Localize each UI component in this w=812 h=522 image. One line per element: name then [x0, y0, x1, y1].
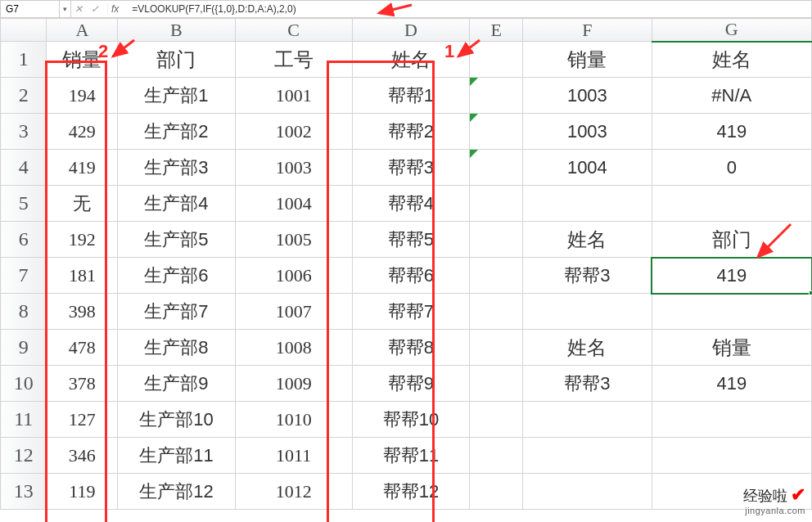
- cell[interactable]: 398: [47, 294, 118, 330]
- cell[interactable]: [470, 78, 523, 114]
- cell[interactable]: 生产部4: [118, 186, 235, 222]
- row-header[interactable]: 7: [1, 258, 47, 294]
- cell[interactable]: 姓名: [523, 330, 652, 366]
- col-header-C[interactable]: C: [235, 19, 352, 42]
- row-header[interactable]: 2: [1, 78, 47, 114]
- cell[interactable]: 1003: [235, 150, 352, 186]
- cell[interactable]: 419: [652, 258, 811, 294]
- cell[interactable]: 419: [47, 150, 118, 186]
- row-header[interactable]: 13: [1, 474, 47, 510]
- col-header-B[interactable]: B: [118, 19, 235, 42]
- cell[interactable]: 姓名: [652, 42, 811, 78]
- cell[interactable]: 1010: [235, 402, 352, 438]
- cell[interactable]: 生产部10: [118, 402, 235, 438]
- cell[interactable]: 1008: [235, 330, 352, 366]
- cell[interactable]: [470, 186, 523, 222]
- row-header[interactable]: 8: [1, 294, 47, 330]
- cell[interactable]: 生产部1: [118, 78, 235, 114]
- col-header-A[interactable]: A: [47, 19, 118, 42]
- cell[interactable]: 帮帮6: [352, 258, 469, 294]
- cell[interactable]: 生产部11: [118, 438, 235, 474]
- cell[interactable]: 生产部12: [118, 474, 235, 510]
- cell[interactable]: 姓名: [523, 222, 652, 258]
- cell[interactable]: 帮帮4: [352, 186, 469, 222]
- cell[interactable]: 0: [652, 150, 811, 186]
- cell[interactable]: [470, 150, 523, 186]
- cell[interactable]: #N/A: [652, 78, 811, 114]
- cancel-icon[interactable]: ✕: [74, 3, 83, 15]
- cell[interactable]: 帮帮3: [523, 366, 652, 402]
- formula-input[interactable]: =VLOOKUP(F7,IF({1,0},D:D,A:A),2,0): [125, 3, 811, 15]
- cell[interactable]: 生产部3: [118, 150, 235, 186]
- row-header[interactable]: 6: [1, 222, 47, 258]
- cell[interactable]: [523, 474, 652, 510]
- cell[interactable]: 帮帮12: [352, 474, 469, 510]
- cell[interactable]: 478: [47, 330, 118, 366]
- cell[interactable]: 帮帮3: [352, 150, 469, 186]
- row-header[interactable]: 10: [1, 366, 47, 402]
- cell[interactable]: 192: [47, 222, 118, 258]
- cell[interactable]: 帮帮1: [352, 78, 469, 114]
- cell[interactable]: 生产部9: [118, 366, 235, 402]
- cell[interactable]: 1012: [235, 474, 352, 510]
- cell[interactable]: 生产部2: [118, 114, 235, 150]
- row-header[interactable]: 9: [1, 330, 47, 366]
- cell[interactable]: [523, 402, 652, 438]
- row-header[interactable]: 3: [1, 114, 47, 150]
- row-header[interactable]: 11: [1, 402, 47, 438]
- cell[interactable]: 帮帮2: [352, 114, 469, 150]
- cell[interactable]: 帮帮5: [352, 222, 469, 258]
- cell[interactable]: 生产部6: [118, 258, 235, 294]
- cell[interactable]: 1011: [235, 438, 352, 474]
- cell[interactable]: 帮帮7: [352, 294, 469, 330]
- cell[interactable]: [523, 186, 652, 222]
- cell[interactable]: 1007: [235, 294, 352, 330]
- cell[interactable]: 1006: [235, 258, 352, 294]
- cell[interactable]: 119: [47, 474, 118, 510]
- cell[interactable]: [470, 114, 523, 150]
- cell[interactable]: [470, 402, 523, 438]
- cell[interactable]: 1009: [235, 366, 352, 402]
- cell[interactable]: 帮帮10: [352, 402, 469, 438]
- select-all-corner[interactable]: [1, 19, 47, 42]
- cell[interactable]: 346: [47, 438, 118, 474]
- col-header-G[interactable]: G: [652, 19, 811, 42]
- cell[interactable]: 帮帮8: [352, 330, 469, 366]
- fx-icon[interactable]: fx: [107, 3, 122, 15]
- cell[interactable]: 销量: [523, 42, 652, 78]
- cell[interactable]: 无: [47, 186, 118, 222]
- cell[interactable]: [470, 258, 523, 294]
- cell[interactable]: [523, 438, 652, 474]
- cell[interactable]: [652, 294, 811, 330]
- cell[interactable]: 生产部7: [118, 294, 235, 330]
- cell[interactable]: [470, 474, 523, 510]
- cell[interactable]: 1004: [235, 186, 352, 222]
- cell[interactable]: 销量: [47, 42, 118, 78]
- cell[interactable]: 帮帮9: [352, 366, 469, 402]
- col-header-E[interactable]: E: [470, 19, 523, 42]
- col-header-F[interactable]: F: [523, 19, 652, 42]
- cell[interactable]: 姓名: [352, 42, 469, 78]
- row-header[interactable]: 5: [1, 186, 47, 222]
- row-header[interactable]: 12: [1, 438, 47, 474]
- cell[interactable]: 帮帮3: [523, 258, 652, 294]
- cell[interactable]: [523, 294, 652, 330]
- cell[interactable]: 1005: [235, 222, 352, 258]
- cell[interactable]: [652, 402, 811, 438]
- col-header-D[interactable]: D: [352, 19, 469, 42]
- cell[interactable]: 419: [652, 366, 811, 402]
- cell[interactable]: 378: [47, 366, 118, 402]
- cell[interactable]: [470, 294, 523, 330]
- cell[interactable]: 127: [47, 402, 118, 438]
- cell[interactable]: 部门: [118, 42, 235, 78]
- cell[interactable]: 1002: [235, 114, 352, 150]
- confirm-icon[interactable]: ✓: [91, 3, 99, 15]
- cell[interactable]: 1004: [523, 150, 652, 186]
- cell[interactable]: 419: [652, 114, 811, 150]
- name-box-dropdown[interactable]: ▾: [60, 1, 71, 17]
- cell[interactable]: 194: [47, 78, 118, 114]
- cell[interactable]: [652, 186, 811, 222]
- cell[interactable]: [470, 366, 523, 402]
- cell[interactable]: [652, 438, 811, 474]
- cell[interactable]: 销量: [652, 330, 811, 366]
